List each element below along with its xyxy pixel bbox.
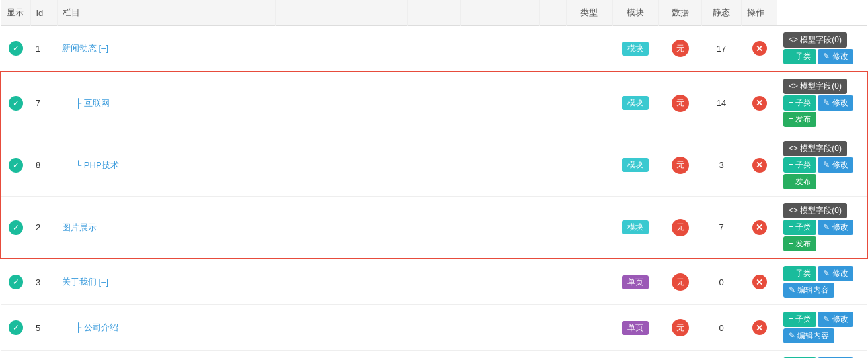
- table-row: ✓2图片展示模块无7✕<> 模型字段(0)+ 子类✎ 修改+ 发布: [1, 197, 867, 259]
- check-icon[interactable]: ✓: [9, 41, 23, 56]
- name-cell: ├ 公司介绍: [57, 305, 612, 351]
- check-icon[interactable]: ✓: [9, 96, 23, 111]
- action-btn-0[interactable]: + 子类: [783, 266, 816, 281]
- check-icon[interactable]: ✓: [9, 275, 23, 289]
- header-display: 显示: [1, 0, 30, 26]
- action-cell: + 子类✎ 修改✎ 编辑内容: [777, 305, 867, 351]
- x-icon[interactable]: ✕: [752, 158, 767, 173]
- display-cell: ✓: [1, 351, 30, 359]
- type-cell: 单页: [612, 305, 658, 351]
- id-cell: 1: [30, 26, 57, 72]
- id-cell: 2: [30, 197, 57, 259]
- type-badge: 单页: [622, 275, 649, 289]
- action-btn-1[interactable]: + 子类: [783, 49, 816, 64]
- static-cell: ✕: [741, 259, 777, 305]
- name-link[interactable]: ├ 互联网: [62, 98, 110, 108]
- action-btn-1[interactable]: + 子类: [783, 220, 816, 235]
- module-cell: 无: [658, 134, 701, 197]
- action-btn-3[interactable]: + 发布: [783, 174, 816, 189]
- x-icon[interactable]: ✕: [752, 320, 767, 335]
- display-cell: ✓: [1, 197, 30, 259]
- module-badge: 无: [672, 40, 689, 57]
- module-cell: 无: [658, 351, 701, 359]
- header-action: 操作: [741, 0, 777, 26]
- name-cell: ├ 互联网: [57, 71, 612, 134]
- static-cell: ✕: [741, 305, 777, 351]
- module-badge: 无: [672, 95, 689, 112]
- x-icon[interactable]: ✕: [752, 96, 767, 111]
- action-btn-1[interactable]: ✎ 修改: [818, 312, 853, 327]
- type-cell: 模块: [612, 26, 658, 72]
- module-cell: 无: [658, 71, 701, 134]
- type-cell: 单页: [612, 351, 658, 359]
- static-cell: ✕: [741, 197, 777, 259]
- id-cell: 8: [30, 134, 57, 197]
- action-btn-0[interactable]: <> 模型字段(0): [783, 79, 847, 94]
- category-table: 显示 Id 栏目 类型 模块 数据 静态 操作 ✓1新闻动态 [–]模块无17✕…: [0, 0, 868, 358]
- header-id: Id: [30, 0, 57, 26]
- name-cell: 图片展示: [57, 197, 612, 259]
- name-cell: 关于我们 [–]: [57, 259, 612, 305]
- action-btn-2[interactable]: ✎ 编辑内容: [783, 283, 834, 298]
- header-data: 数据: [658, 0, 701, 26]
- action-btn-1[interactable]: + 子类: [783, 157, 816, 173]
- action-btn-0[interactable]: + 子类: [783, 312, 816, 327]
- action-btn-0[interactable]: <> 模型字段(0): [783, 32, 847, 48]
- static-cell: ✕: [741, 351, 777, 359]
- name-link[interactable]: └ PHP技术: [62, 160, 119, 170]
- action-btn-2[interactable]: ✎ 修改: [818, 49, 853, 64]
- display-cell: ✓: [1, 26, 30, 72]
- data-cell: 7: [701, 197, 741, 259]
- display-cell: ✓: [1, 134, 30, 197]
- type-badge: 模块: [622, 96, 649, 110]
- module-badge: 无: [672, 319, 689, 336]
- action-btn-1[interactable]: ✎ 修改: [818, 266, 853, 281]
- check-icon[interactable]: ✓: [9, 320, 23, 335]
- module-badge: 无: [672, 273, 689, 291]
- display-cell: ✓: [1, 305, 30, 351]
- x-icon[interactable]: ✕: [752, 41, 767, 56]
- action-btn-2[interactable]: ✎ 修改: [818, 95, 853, 111]
- action-btn-3[interactable]: + 发布: [783, 236, 816, 251]
- table-row: ✓5├ 公司介绍单页无0✕+ 子类✎ 修改✎ 编辑内容: [1, 305, 867, 351]
- action-btn-2[interactable]: ✎ 修改: [818, 157, 853, 173]
- main-table-container: 显示 Id 栏目 类型 模块 数据 静态 操作 ✓1新闻动态 [–]模块无17✕…: [0, 0, 868, 358]
- type-badge: 模块: [622, 42, 649, 56]
- name-link[interactable]: 关于我们 [–]: [62, 277, 108, 287]
- type-badge: 单页: [622, 321, 649, 335]
- data-cell: 0: [701, 351, 741, 359]
- name-link[interactable]: ├ 公司介绍: [62, 322, 118, 332]
- static-cell: ✕: [741, 71, 777, 134]
- action-cell: <> 模型字段(0)+ 子类✎ 修改: [777, 26, 867, 72]
- display-cell: ✓: [1, 71, 30, 134]
- check-icon[interactable]: ✓: [9, 220, 23, 235]
- action-btn-0[interactable]: <> 模型字段(0): [783, 141, 847, 156]
- name-cell: └ PHP技术: [57, 134, 612, 197]
- table-row: ✓7├ 互联网模块无14✕<> 模型字段(0)+ 子类✎ 修改+ 发布: [1, 71, 867, 134]
- id-cell: 5: [30, 305, 57, 351]
- action-btn-2[interactable]: ✎ 修改: [818, 220, 853, 235]
- module-cell: 无: [658, 259, 701, 305]
- action-cell: + 子类✎ 修改✎ 编辑内容: [777, 351, 867, 359]
- check-icon[interactable]: ✓: [9, 158, 23, 173]
- action-btn-1[interactable]: + 子类: [783, 95, 816, 111]
- name-cell: └ TPCMF框架: [57, 351, 612, 359]
- header-type: 类型: [566, 0, 612, 26]
- data-cell: 0: [701, 305, 741, 351]
- table-row: ✓3关于我们 [–]单页无0✕+ 子类✎ 修改✎ 编辑内容: [1, 259, 867, 305]
- header-static: 静态: [701, 0, 741, 26]
- table-row: ✓8└ PHP技术模块无3✕<> 模型字段(0)+ 子类✎ 修改+ 发布: [1, 134, 867, 197]
- x-icon[interactable]: ✕: [752, 220, 767, 235]
- x-icon[interactable]: ✕: [752, 275, 767, 289]
- action-btn-3[interactable]: + 发布: [783, 112, 816, 127]
- action-btn-2[interactable]: ✎ 编辑内容: [783, 328, 834, 343]
- header-module: 模块: [612, 0, 658, 26]
- id-cell: 6: [30, 351, 57, 359]
- name-link[interactable]: 图片展示: [62, 222, 97, 232]
- static-cell: ✕: [741, 26, 777, 72]
- action-cell: <> 模型字段(0)+ 子类✎ 修改+ 发布: [777, 197, 867, 259]
- name-link[interactable]: 新闻动态 [–]: [62, 43, 108, 53]
- table-row: ✓1新闻动态 [–]模块无17✕<> 模型字段(0)+ 子类✎ 修改: [1, 26, 867, 72]
- data-cell: 0: [701, 259, 741, 305]
- action-btn-0[interactable]: <> 模型字段(0): [783, 203, 847, 218]
